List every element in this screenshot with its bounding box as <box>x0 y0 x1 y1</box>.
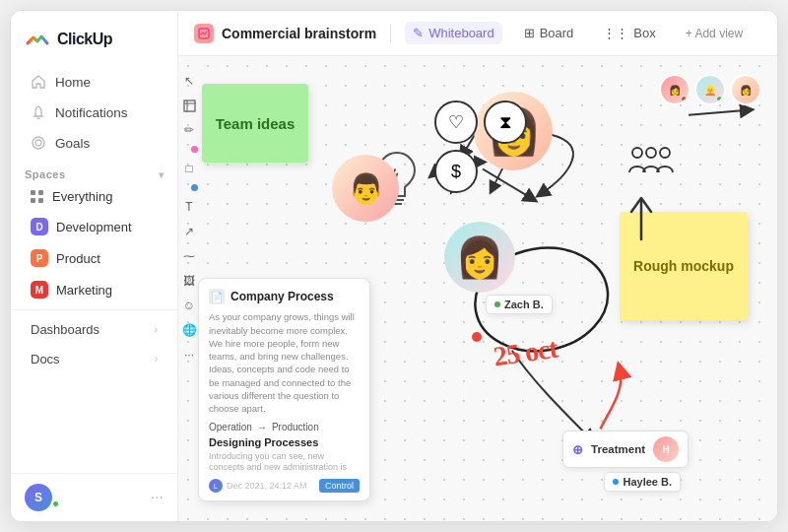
doc-card-body: As your company grows, things will inevi… <box>209 310 360 415</box>
doc-control-btn[interactable]: Control <box>319 479 360 493</box>
board-tab-icon: ⊞ <box>524 26 535 40</box>
user-more-icon[interactable]: ··· <box>151 489 164 506</box>
sidebar-user[interactable]: S ··· <box>11 473 177 521</box>
header-divider <box>390 24 391 43</box>
product-dot: P <box>31 249 48 267</box>
logo-text: ClickUp <box>57 31 112 48</box>
tool-arrow[interactable]: ↗ <box>180 223 198 240</box>
person-photo-bottom: 👩 <box>444 222 515 293</box>
everything-grid-icon <box>31 190 44 204</box>
svg-rect-3 <box>184 100 195 111</box>
hourglass-circle: ⧗ <box>484 100 527 144</box>
marketing-dot: M <box>31 281 48 299</box>
goals-label: Goals <box>55 136 90 151</box>
sidebar-logo[interactable]: ClickUp <box>11 11 177 62</box>
sidebar-item-home[interactable]: Home <box>17 67 171 97</box>
canvas-area[interactable]: ↖ ✏ □ T ↗ ⁓ 🖼 ☺ 🌐 ··· <box>178 56 777 521</box>
treatment-card[interactable]: ⊕ Treatment H <box>562 431 689 468</box>
svg-point-9 <box>660 148 670 158</box>
spaces-chevron: ▾ <box>159 169 164 180</box>
sidebar: ClickUp Home Notifications Goals Spaces … <box>11 11 178 521</box>
svg-point-1 <box>35 140 41 146</box>
doc-section-body: Introducing you can see, new concepts an… <box>209 451 360 474</box>
whiteboard-tab-icon: ✎ <box>413 26 424 40</box>
svg-point-0 <box>33 137 44 149</box>
zach-name: Zach B. <box>504 299 544 310</box>
add-view-button[interactable]: + Add view <box>678 23 751 44</box>
red-pin-mark <box>472 332 482 342</box>
profile-photos: 👩 👱 👩 <box>659 74 761 105</box>
product-label: Product <box>56 251 100 266</box>
sidebar-item-development[interactable]: D Development <box>17 212 171 241</box>
sidebar-item-dashboards[interactable]: Dashboards › <box>17 315 171 344</box>
color-pink-dot[interactable] <box>191 146 198 153</box>
treatment-photo: H <box>653 436 679 462</box>
doc-row-right: Production <box>272 422 319 432</box>
goals-icon <box>31 135 46 151</box>
doc-card[interactable]: 📄 Company Process As your company grows,… <box>198 278 370 501</box>
people-group-icon <box>624 143 679 178</box>
haylee-label: Haylee B. <box>604 472 681 492</box>
sidebar-item-notifications[interactable]: Notifications <box>17 98 171 127</box>
haylee-status-dot <box>613 479 619 485</box>
photo-2-status-dot <box>716 96 723 102</box>
whiteboard-tab-label: Whiteboard <box>428 26 493 40</box>
sticky-green-text: Team ideas <box>216 115 296 132</box>
sidebar-nav: Home Notifications Goals <box>11 62 177 159</box>
sidebar-bottom-section: Dashboards › Docs › <box>11 309 177 374</box>
doc-card-title: Company Process <box>230 290 334 303</box>
box-tab-icon: ⋮⋮ <box>603 26 628 40</box>
app-container: ClickUp Home Notifications Goals Spaces … <box>10 10 778 522</box>
tab-whiteboard[interactable]: ✎ Whiteboard <box>405 22 501 44</box>
marketing-label: Marketing <box>56 283 112 298</box>
sidebar-item-product[interactable]: P Product <box>17 243 171 273</box>
box-tab-label: Box <box>633 26 655 40</box>
doc-footer-left: L Dec 2021, 24:12 AM <box>209 479 307 493</box>
user-online-dot <box>52 500 59 507</box>
everything-label: Everything <box>52 189 112 204</box>
docs-arrow: › <box>155 354 158 365</box>
clickup-logo-icon <box>25 27 50 52</box>
sidebar-item-docs[interactable]: Docs › <box>17 345 171 373</box>
haylee-name: Haylee B. <box>623 476 672 488</box>
user-avatar: S <box>25 484 52 511</box>
tool-pen[interactable]: ✏ <box>180 121 198 139</box>
tool-emoji[interactable]: ☺ <box>180 297 198 314</box>
home-icon <box>31 74 46 90</box>
photo-3-placeholder: 👩 <box>732 76 759 103</box>
sidebar-item-everything[interactable]: Everything <box>17 183 171 210</box>
spaces-section-label: Spaces ▾ <box>11 159 177 182</box>
tool-text[interactable]: T <box>180 198 198 216</box>
board-tab-label: Board <box>540 26 574 40</box>
doc-avatar: L <box>209 479 223 493</box>
tool-globe[interactable]: 🌐 <box>180 321 198 339</box>
main-content: Commercial brainstorm ✎ Whiteboard ⊞ Boa… <box>178 11 777 521</box>
photo-1-status-dot <box>681 96 688 102</box>
color-blue-dot[interactable] <box>191 184 198 191</box>
sticky-note-team-ideas[interactable]: Team ideas <box>202 84 308 163</box>
doc-date: Dec 2021, 24:12 AM <box>227 481 307 491</box>
sidebar-item-goals[interactable]: Goals <box>17 128 171 158</box>
doc-card-footer: L Dec 2021, 24:12 AM Control <box>209 479 360 493</box>
doc-card-icon: 📄 <box>209 289 225 304</box>
tool-connector[interactable]: ⁓ <box>180 247 198 265</box>
tab-box[interactable]: ⋮⋮ Box <box>595 22 663 44</box>
svg-point-7 <box>632 148 642 158</box>
dollar-circle: $ <box>434 150 478 193</box>
tool-image[interactable]: 🖼 <box>180 272 198 290</box>
tab-board[interactable]: ⊞ Board <box>516 22 582 44</box>
treatment-icon: ⊕ <box>572 442 583 457</box>
tool-frame[interactable] <box>180 97 198 114</box>
bell-icon <box>31 104 46 120</box>
sidebar-item-marketing[interactable]: M Marketing <box>17 275 171 304</box>
handwriting-date: 25 oct <box>492 333 559 373</box>
whiteboard-header-icon <box>194 24 214 43</box>
profile-photo-2: 👱 <box>694 74 726 105</box>
profile-photo-3: 👩 <box>730 74 761 105</box>
header-title-area: Commercial brainstorm <box>194 24 376 43</box>
tool-more[interactable]: ··· <box>180 346 198 364</box>
tool-shape[interactable]: □ <box>180 160 198 177</box>
development-label: Development <box>56 220 132 234</box>
dashboards-arrow: › <box>155 324 158 335</box>
tool-cursor[interactable]: ↖ <box>180 72 198 90</box>
